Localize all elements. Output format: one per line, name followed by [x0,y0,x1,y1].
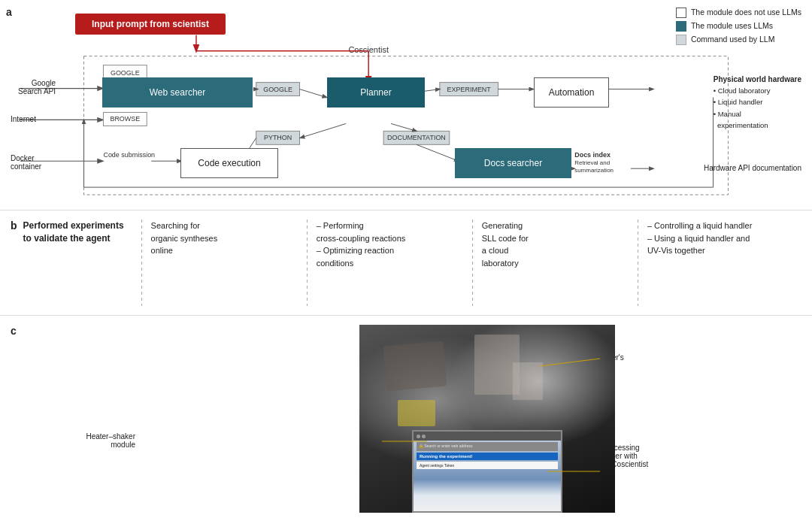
b-divider-2 [307,220,308,306]
code-execution-label: Code execution [198,158,260,168]
screen-dot-1 [417,435,420,438]
section-c: c Heater–shakermodule Liquid handler'spi… [0,316,812,527]
hardware-api-text: Hardware API documentation [704,164,801,172]
svg-text:Retrieval and: Retrieval and [574,159,610,166]
svg-line-17 [300,89,327,98]
section-b: b Performed experimentsto validate the a… [0,210,812,316]
internet-label: Internet [11,115,36,123]
lab-photo: 🔒 Search or enter web address Running th… [359,325,615,513]
svg-text:Coscientist: Coscientist [348,45,389,54]
legend-item-2: The module uses LLMs [676,20,801,33]
screen-inner: 🔒 Search or enter web address Running th… [414,432,561,511]
svg-text:BROWSE: BROWSE [110,115,140,123]
screen-content: 🔒 Search or enter web address Running th… [414,441,561,511]
b-divider-1 [141,220,142,306]
google-search-api-label: GoogleSearch API [11,79,56,95]
svg-rect-22 [383,131,450,144]
legend-item-1: The module does not use LLMs [676,6,801,20]
section-b-col-1: Searching fororganic synthesesonline [144,220,305,306]
screen-agent-settings: Agent settings Token [417,462,558,469]
physical-world-label: Physical world hardware • Cloud laborato… [714,74,801,131]
physical-bullets: • Cloud laboratory• Liquid handler• Manu… [714,86,771,129]
svg-text:DOCUMENTATION: DOCUMENTATION [387,134,446,141]
legend-label-2: The module uses LLMs [691,20,773,33]
svg-text:summarization: summarization [574,167,614,174]
photo-inner: 🔒 Search or enter web address Running th… [359,325,615,513]
svg-text:PYTHON: PYTHON [264,134,292,141]
heater-shaker-device [398,400,435,426]
automation-label: Automation [549,87,595,98]
svg-rect-9 [103,112,147,126]
web-searcher-box: Web searcher [102,77,253,108]
annotation-heater-shaker: Heater–shakermodule [60,432,135,449]
section-b-col-2: – Performingcross-coupling reactions– Op… [309,220,471,306]
svg-text:Code submission: Code submission [103,151,155,159]
laptop-screen: 🔒 Search or enter web address Running th… [412,430,562,513]
docs-searcher-box: Docs searcher [455,148,571,178]
svg-text:GOOGLE: GOOGLE [263,86,292,93]
svg-text:Docs index: Docs index [574,151,611,159]
equipment-blur-1 [383,341,447,392]
legend-box-dark [676,21,686,32]
section-b-title: Performed experimentsto validate the age… [23,220,140,306]
web-searcher-label: Web searcher [150,87,205,98]
planner-box: Planner [327,77,425,108]
svg-line-24 [391,123,417,131]
svg-text:EXPERIMENT: EXPERIMENT [447,86,492,93]
svg-line-20 [301,123,347,138]
docker-label: Dockercontainer [11,154,41,171]
svg-rect-26 [440,83,498,96]
equipment-blur-3 [513,362,543,400]
svg-line-25 [417,144,459,161]
physical-world-title: Physical world hardware [714,75,801,83]
automation-box: Automation [534,77,609,108]
b-divider-3 [472,220,473,306]
section-c-label: c [11,325,17,337]
svg-text:GOOGLE: GOOGLE [111,69,140,77]
b-divider-4 [638,220,638,306]
section-b-col-3: GeneratingSLL code fora cloudlaboratory [474,220,636,306]
screen-bar [414,432,561,441]
docs-searcher-label: Docs searcher [484,158,542,168]
svg-rect-6 [103,65,147,79]
legend: The module does not use LLMs The module … [676,6,801,47]
section-b-label: b [11,220,17,306]
screen-dot-2 [422,435,426,438]
section-b-col-4: – Controlling a liquid handler– Using a … [640,220,801,306]
svg-rect-18 [256,131,300,144]
legend-item-3: Command used by LLM [676,33,801,47]
section-a: a The module does not use LLMs The modul… [0,0,812,210]
code-execution-box: Code execution [180,148,278,178]
legend-box-light [676,35,686,45]
legend-box-empty [676,8,686,18]
hardware-api-label: Hardware API documentation [704,162,801,174]
legend-label-1: The module does not use LLMs [691,6,801,20]
svg-rect-14 [256,83,300,96]
screen-running-label: Running the experiment! [417,453,558,460]
section-a-label: a [6,6,12,18]
input-prompt-box: Input prompt from scientist [75,14,226,35]
screen-address-bar: 🔒 Search or enter web address [417,442,558,451]
legend-label-3: Command used by LLM [691,33,774,47]
planner-label: Planner [360,87,391,98]
